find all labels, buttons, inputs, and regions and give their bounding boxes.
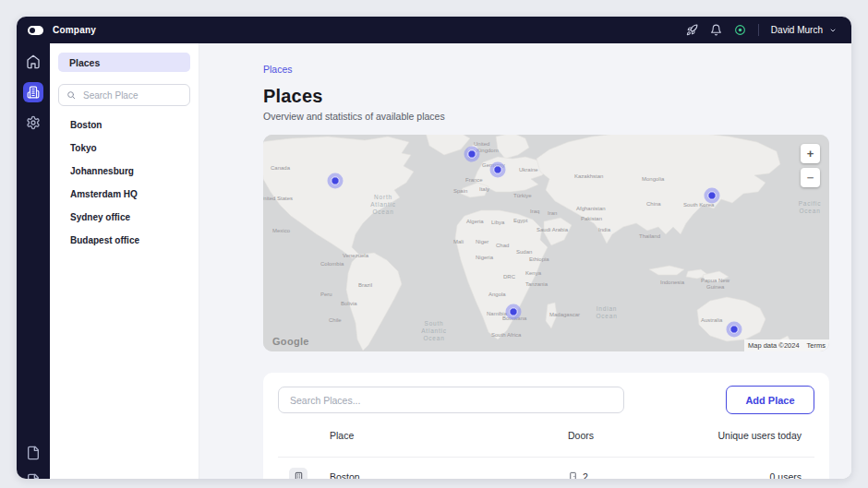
topbar: Company David Murch xyxy=(17,17,851,43)
user-menu[interactable]: David Murch xyxy=(771,25,837,35)
map-label: Guinea xyxy=(706,284,725,290)
place-list: BostonTokyoJohannesburgAmsterdam HQSydne… xyxy=(58,113,190,252)
places-map[interactable]: CanadaUnited StatesMexicoVenezuelaColomb… xyxy=(263,135,829,351)
sidebar-place-budapest-office[interactable]: Budapest office xyxy=(58,229,190,252)
world-map: CanadaUnited StatesMexicoVenezuelaColomb… xyxy=(263,135,829,351)
map-marker[interactable] xyxy=(328,173,344,189)
map-label: Saudi Arabia xyxy=(536,227,569,232)
map-label: Kingdom xyxy=(476,148,499,153)
map-label: Kazakhstan xyxy=(574,173,603,179)
company-logo-icon xyxy=(28,26,43,35)
map-label: Peru xyxy=(320,292,332,297)
map-marker[interactable] xyxy=(490,162,506,178)
map-label: Iraq xyxy=(530,208,539,214)
map-label: Chile xyxy=(329,317,342,323)
map-marker[interactable] xyxy=(506,304,522,320)
map-label: Indonesia xyxy=(660,280,685,285)
places-nav-icon[interactable] xyxy=(23,82,43,102)
table-header: Place Doors Unique users today xyxy=(278,414,814,457)
users-cell: 0 users xyxy=(708,471,814,480)
add-place-button[interactable]: Add Place xyxy=(726,386,814,414)
home-icon[interactable] xyxy=(26,54,41,69)
sidebar: Places BostonTokyoJohannesburgAmsterdam … xyxy=(50,43,199,479)
column-header-users: Unique users today xyxy=(708,430,814,441)
main-content: Places Places Overview and statistics of… xyxy=(199,43,851,479)
breadcrumb[interactable]: Places xyxy=(263,64,829,75)
building-icon xyxy=(289,468,307,480)
door-icon xyxy=(568,471,578,479)
app-window: Company David Murch xyxy=(17,17,851,479)
bell-icon[interactable] xyxy=(710,24,722,36)
google-logo: Google xyxy=(272,336,309,347)
zoom-out-button[interactable]: − xyxy=(801,168,820,187)
status-online-icon[interactable] xyxy=(734,24,746,36)
sidebar-place-amsterdam-hq[interactable]: Amsterdam HQ xyxy=(58,183,190,206)
pages-icon[interactable] xyxy=(26,473,41,479)
map-label: Ocean xyxy=(799,208,820,214)
map-label: Türkiye xyxy=(513,193,532,198)
map-label: Madagascar xyxy=(549,312,580,317)
map-label: Niger xyxy=(476,239,488,244)
document-icon[interactable] xyxy=(26,446,41,460)
user-name: David Murch xyxy=(771,25,823,35)
map-marker[interactable] xyxy=(705,188,720,204)
map-label: Australia xyxy=(701,317,723,323)
map-label: Chad xyxy=(496,243,509,248)
map-label: Thailand xyxy=(639,233,660,239)
zoom-in-button[interactable]: + xyxy=(801,144,820,163)
map-label: Libya xyxy=(491,220,505,225)
map-label: Atlantic xyxy=(421,327,447,334)
sidebar-item-places[interactable]: Places xyxy=(58,53,190,72)
map-label: Ocean xyxy=(596,313,617,319)
doors-cell: 2 xyxy=(561,471,708,480)
map-marker[interactable] xyxy=(727,322,742,338)
map-label: Mongolia xyxy=(642,176,665,182)
map-label: Ethiopia xyxy=(529,256,549,262)
map-label: Ocean xyxy=(423,335,444,341)
map-label: Mali xyxy=(453,239,464,244)
map-label: Algeria xyxy=(466,219,484,224)
places-search-box[interactable] xyxy=(278,387,624,413)
map-label: India xyxy=(598,227,611,232)
map-label: South Africa xyxy=(491,332,522,338)
map-label: Angola xyxy=(488,292,506,297)
places-search-input[interactable] xyxy=(288,394,614,407)
map-label: Ukraine xyxy=(519,167,538,173)
map-label: Bolivia xyxy=(341,301,357,306)
map-terms-link[interactable]: Terms xyxy=(803,339,829,351)
sidebar-place-tokyo[interactable]: Tokyo xyxy=(58,137,190,160)
settings-gear-icon[interactable] xyxy=(26,115,41,130)
map-label: South xyxy=(425,320,444,327)
page-title: Places xyxy=(263,86,829,107)
chevron-down-icon xyxy=(829,27,837,34)
sidebar-place-johannesburg[interactable]: Johannesburg xyxy=(58,160,190,183)
map-label: Italy xyxy=(479,186,489,192)
map-label: Spain xyxy=(453,188,467,194)
places-table-body: Boston20 users xyxy=(278,457,814,479)
map-marker[interactable] xyxy=(464,147,480,162)
sidebar-search-input[interactable] xyxy=(81,89,182,101)
map-label: Colombia xyxy=(320,261,344,267)
map-label: China xyxy=(646,201,661,207)
map-label: Brazil xyxy=(358,282,372,288)
map-label: Nigeria xyxy=(476,255,494,260)
map-label: North xyxy=(374,194,392,200)
map-label: Venezuela xyxy=(343,253,369,258)
map-label: Papua New xyxy=(701,278,730,283)
map-label: Pakistan xyxy=(581,216,602,221)
map-label: Mexico xyxy=(272,228,291,233)
search-icon xyxy=(66,90,76,100)
map-label: Iran xyxy=(548,210,557,216)
map-label: Atlantic xyxy=(370,201,396,208)
map-attribution: Map data ©2024 xyxy=(744,339,803,351)
table-row[interactable]: Boston20 users xyxy=(278,457,814,479)
sidebar-place-sydney-office[interactable]: Sydney office xyxy=(58,206,190,229)
map-label: Egypt xyxy=(513,218,528,223)
company-name: Company xyxy=(53,25,96,35)
topbar-divider xyxy=(758,24,759,36)
map-label: Pacific xyxy=(799,200,822,207)
map-label: Sudan xyxy=(516,249,532,255)
rocket-icon[interactable] xyxy=(686,24,698,36)
sidebar-search-box[interactable] xyxy=(58,84,190,106)
sidebar-place-boston[interactable]: Boston xyxy=(58,113,190,137)
